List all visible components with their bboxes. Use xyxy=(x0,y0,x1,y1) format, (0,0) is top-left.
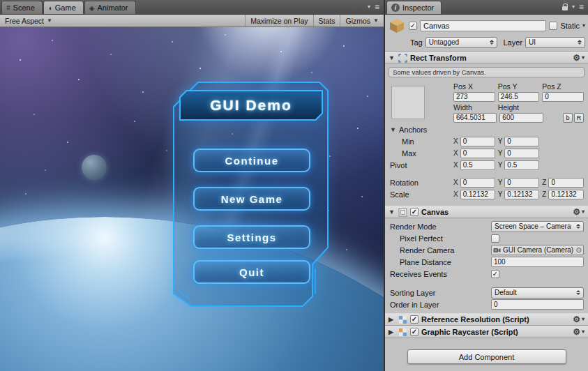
rotation-y-field[interactable]: 0 xyxy=(504,178,539,188)
min-x-field[interactable]: 0 xyxy=(460,137,495,146)
sorting-layer-label: Sorting Layer xyxy=(385,289,491,297)
gizmos-dropdown[interactable]: Gizmos ▼ xyxy=(340,15,384,26)
canvas-component-header[interactable]: ▼ Canvas ⚙ ▾ xyxy=(385,206,588,218)
foldout-icon[interactable]: ▶ xyxy=(389,328,395,335)
pos-y-field[interactable]: 246.5 xyxy=(498,92,540,102)
static-dropdown-icon[interactable]: ▾ xyxy=(582,23,585,29)
receives-events-row: Receives Events xyxy=(385,268,588,280)
tag-dropdown[interactable]: Untagged xyxy=(425,37,498,48)
max-y-field[interactable]: 0 xyxy=(504,149,539,158)
gear-dropdown-icon: ▾ xyxy=(582,209,585,215)
foldout-icon[interactable]: ▼ xyxy=(389,54,395,61)
pane-dropdown-icon[interactable]: ▾ xyxy=(572,4,575,10)
layer-dropdown[interactable]: UI xyxy=(525,37,585,48)
pivot-x-field[interactable]: 0.5 xyxy=(460,160,495,170)
anchors-foldout-row[interactable]: ▼ Anchors xyxy=(385,123,588,135)
new-game-button[interactable]: New Game xyxy=(193,187,310,211)
component-options[interactable]: ⚙ ▾ xyxy=(573,54,585,62)
game-viewport: GUI Demo Continue New Game Settings Quit xyxy=(0,27,384,371)
max-x-field[interactable]: 0 xyxy=(460,149,495,158)
z-axis-label: Z xyxy=(542,190,546,198)
graphic-raycaster-header[interactable]: ▶ Graphic Raycaster (Script) ⚙ ▾ xyxy=(385,326,588,338)
static-checkbox[interactable] xyxy=(549,22,557,30)
gear-icon[interactable]: ⚙ xyxy=(573,328,580,336)
min-y-field[interactable]: 0 xyxy=(504,137,539,146)
component-options[interactable]: ⚙ ▾ xyxy=(573,328,585,336)
component-options[interactable]: ⚙ ▾ xyxy=(573,315,585,324)
moon xyxy=(82,155,107,180)
layer-value: UI xyxy=(529,38,536,46)
reference-resolution-header[interactable]: ▶ Reference Resolution (Script) ⚙ ▾ xyxy=(385,313,588,326)
rotation-x-field[interactable]: 0 xyxy=(460,178,495,188)
tag-label: Tag xyxy=(410,38,423,47)
gear-icon[interactable]: ⚙ xyxy=(573,54,580,62)
game-panel: # Scene ◖ Game ◈ Animator ▾ ≡ Free Aspec… xyxy=(0,0,384,371)
layer-label: Layer xyxy=(503,38,522,47)
plane-distance-field[interactable]: 100 xyxy=(491,257,584,267)
foldout-icon[interactable]: ▼ xyxy=(390,126,397,133)
scale-y-field[interactable]: 0.12132 xyxy=(504,190,539,199)
pixel-perfect-checkbox[interactable] xyxy=(491,234,499,243)
scale-x-field[interactable]: 0.12132 xyxy=(460,190,495,199)
canvas-enabled-checkbox[interactable] xyxy=(410,208,419,216)
tab-game[interactable]: ◖ Game xyxy=(43,1,84,14)
aspect-label: Free Aspect xyxy=(5,17,44,25)
rotation-z-field[interactable]: 0 xyxy=(548,178,584,188)
maximize-on-play-button[interactable]: Maximize on Play xyxy=(245,15,312,26)
graphic-raycaster-enabled-checkbox[interactable] xyxy=(410,328,419,336)
scale-z-field[interactable]: 0.12132 xyxy=(548,190,584,199)
foldout-icon[interactable]: ▶ xyxy=(389,316,395,323)
rect-transform-icon xyxy=(398,54,407,63)
raw-edit-mode-button[interactable]: R xyxy=(574,113,584,123)
foldout-icon[interactable]: ▼ xyxy=(389,209,395,215)
component-options[interactable]: ⚙ ▾ xyxy=(573,208,585,216)
stats-button[interactable]: Stats xyxy=(313,15,340,26)
tab-inspector[interactable]: Inspector xyxy=(386,1,442,14)
anchors-max-row: Max X 0 Y 0 xyxy=(385,147,588,159)
settings-button[interactable]: Settings xyxy=(193,225,310,249)
camera-icon xyxy=(493,247,501,253)
gameobject-name-field[interactable]: Canvas xyxy=(420,20,546,31)
pivot-y-field[interactable]: 0.5 xyxy=(504,160,539,170)
game-toolbar-right: Maximize on Play Stats Gizmos ▼ xyxy=(245,15,384,26)
gear-icon[interactable]: ⚙ xyxy=(573,208,580,216)
pane-dropdown-icon[interactable]: ▾ xyxy=(368,4,370,10)
pane-menu-icon[interactable]: ≡ xyxy=(579,3,584,11)
order-in-layer-field[interactable]: 0 xyxy=(491,299,584,310)
y-axis-label: Y xyxy=(498,149,503,157)
gameobject-active-checkbox[interactable] xyxy=(409,22,417,30)
pos-x-label: Pos X xyxy=(453,82,495,91)
plane-distance-label: Plane Distance xyxy=(385,258,491,266)
sorting-layer-dropdown[interactable]: Default xyxy=(491,287,584,298)
render-camera-object-field[interactable]: GUI Camera (Camera) ⊙ xyxy=(491,245,584,255)
receives-events-checkbox[interactable] xyxy=(491,270,499,278)
aspect-dropdown[interactable]: Free Aspect ▼ xyxy=(0,15,57,26)
tab-animator[interactable]: ◈ Animator xyxy=(84,1,136,14)
tab-scene[interactable]: # Scene xyxy=(1,1,43,14)
pos-z-field[interactable]: 0 xyxy=(542,92,584,102)
height-field[interactable]: 600 xyxy=(499,113,543,123)
pos-x-field[interactable]: 273 xyxy=(453,92,495,102)
pivot-row: Pivot X 0.5 Y 0.5 xyxy=(385,159,588,171)
rect-transform-header[interactable]: ▼ Rect Transform ⚙ ▾ xyxy=(385,52,588,64)
add-component-button[interactable]: Add Component xyxy=(407,349,566,364)
render-mode-dropdown[interactable]: Screen Space – Camera xyxy=(491,221,584,232)
lock-icon[interactable] xyxy=(562,6,568,10)
object-picker-icon[interactable]: ⊙ xyxy=(576,246,582,254)
width-field[interactable]: 664.5031 xyxy=(453,113,497,123)
canvas-component-icon xyxy=(398,208,407,217)
pane-menu-icon[interactable]: ≡ xyxy=(375,3,379,11)
anchor-preview[interactable] xyxy=(391,86,425,119)
reference-resolution-enabled-checkbox[interactable] xyxy=(410,315,419,324)
gear-icon[interactable]: ⚙ xyxy=(573,315,580,324)
x-axis-label: X xyxy=(453,137,458,145)
quit-button[interactable]: Quit xyxy=(193,260,310,284)
gameobject-header: Canvas Static ▾ Tag Untagged Layer UI xyxy=(385,15,588,52)
gear-dropdown-icon: ▾ xyxy=(582,329,585,335)
gameobject-cube-icon[interactable] xyxy=(388,18,406,33)
dropdown-arrows-icon xyxy=(490,40,494,45)
pos-z-label: Pos Z xyxy=(542,82,584,91)
continue-button[interactable]: Continue xyxy=(193,149,310,172)
blueprint-mode-button[interactable]: b xyxy=(563,113,573,123)
render-mode-label: Render Mode xyxy=(385,222,491,231)
